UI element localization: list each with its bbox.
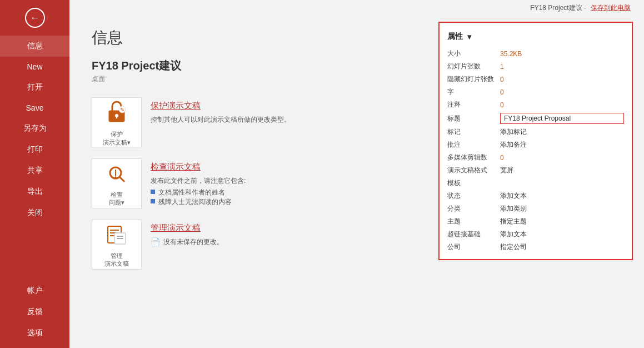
manage-card-desc: 没有未保存的更改。 xyxy=(163,237,223,247)
prop-label-size: 大小 xyxy=(447,49,500,58)
sidebar-item-save[interactable]: Save xyxy=(0,98,69,118)
filename-label: FY18 Project建议 - xyxy=(530,3,586,13)
inspect-icon-box[interactable]: 检查问题▾ xyxy=(92,158,142,208)
bullet-icon-1 xyxy=(151,190,155,194)
sidebar-item-open[interactable]: 打开 xyxy=(0,77,69,98)
protect-icon-box[interactable]: ✎ 保护演示文稿▾ xyxy=(92,97,142,147)
sidebar-item-new[interactable]: New xyxy=(0,57,69,77)
properties-label: 属性 xyxy=(447,32,463,42)
prop-label-comments: 批注 xyxy=(447,140,500,150)
prop-label-words: 字 xyxy=(447,87,500,97)
prop-row-media: 多媒体剪辑数 0 xyxy=(447,151,624,164)
left-panel: 信息 FY18 Project建议 桌面 ✎ xyxy=(69,16,433,348)
protect-card-title[interactable]: 保护演示文稿 xyxy=(151,101,291,111)
sidebar-item-close[interactable]: 关闭 xyxy=(0,202,69,223)
prop-row-slides: 幻灯片张数 1 xyxy=(447,60,624,73)
prop-row-hyperlink: 超链接基础 添加文本 xyxy=(447,228,624,241)
inspect-bullet-2: 残障人士无法阅读的内容 xyxy=(151,197,246,207)
manage-icon-box[interactable]: 管理演示文稿 xyxy=(92,220,142,270)
prop-row-hidden-slides: 隐藏幻灯片张数 0 xyxy=(447,73,624,86)
sidebar-item-share[interactable]: 共享 xyxy=(0,160,69,181)
content-area: 信息 FY18 Project建议 桌面 ✎ xyxy=(69,16,644,348)
manage-card-title[interactable]: 管理演示文稿 xyxy=(151,223,223,233)
prop-value-subject[interactable]: 指定主题 xyxy=(500,217,624,226)
prop-row-size: 大小 35.2KB xyxy=(447,47,624,60)
main-area: FY18 Project建议 - 保存到此电脑 信息 FY18 Project建… xyxy=(69,0,644,348)
prop-value-category[interactable]: 添加类别 xyxy=(500,204,624,213)
prop-label-subject: 主题 xyxy=(447,217,500,226)
sidebar-item-export[interactable]: 导出 xyxy=(0,181,69,202)
svg-rect-14 xyxy=(117,236,123,237)
lock-icon: ✎ xyxy=(103,98,130,128)
prop-row-status: 状态 添加文本 xyxy=(447,190,624,202)
prop-label-tags: 标记 xyxy=(447,127,500,137)
protect-svg-icon: ✎ xyxy=(103,98,130,125)
inspect-card-desc: 发布此文件之前，请注意它包含: xyxy=(151,176,246,186)
prop-label-company: 公司 xyxy=(447,242,500,252)
prop-row-subject: 主题 指定主题 xyxy=(447,215,624,228)
right-panel: 属性 ▾ 大小 35.2KB 幻灯片张数 1 隐藏幻灯片张数 0 xyxy=(433,16,644,348)
inspect-icon xyxy=(103,161,130,188)
manage-calendar-icon: 📄 xyxy=(151,237,160,246)
prop-value-status[interactable]: 添加文本 xyxy=(500,191,624,201)
properties-header[interactable]: 属性 ▾ xyxy=(447,28,624,47)
prop-input-title[interactable] xyxy=(500,113,624,124)
manage-icon xyxy=(103,222,130,250)
protect-card-desc: 控制其他人可以对此演示文稿所做的更改类型。 xyxy=(151,115,291,125)
inspect-svg-icon xyxy=(103,161,130,187)
prop-label-media: 多媒体剪辑数 xyxy=(447,153,500,162)
prop-row-company: 公司 指定公司 xyxy=(447,241,624,253)
prop-value-format: 宽屏 xyxy=(500,166,624,175)
prop-row-words: 字 0 xyxy=(447,86,624,98)
prop-value-size: 35.2KB xyxy=(500,50,624,58)
manage-icon-label: 管理演示文稿 xyxy=(104,252,129,268)
protect-card-content: 保护演示文稿 控制其他人可以对此演示文稿所做的更改类型。 xyxy=(151,97,291,125)
top-bar: FY18 Project建议 - 保存到此电脑 xyxy=(69,0,644,16)
prop-value-tags[interactable]: 添加标记 xyxy=(500,127,624,137)
inspect-bullet-1: 文档属性和作者的姓名 xyxy=(151,188,246,197)
sidebar-item-saveas[interactable]: 另存为 xyxy=(0,118,69,139)
prop-value-words: 0 xyxy=(500,88,624,96)
prop-value-company[interactable]: 指定公司 xyxy=(500,242,624,252)
prop-label-notes: 注释 xyxy=(447,100,500,110)
manage-card-content: 管理演示文稿 📄 没有未保存的更改。 xyxy=(151,220,223,247)
back-button[interactable]: ← xyxy=(0,0,69,36)
prop-value-notes: 0 xyxy=(500,101,624,109)
properties-box: 属性 ▾ 大小 35.2KB 幻灯片张数 1 隐藏幻灯片张数 0 xyxy=(438,22,633,260)
prop-row-notes: 注释 0 xyxy=(447,98,624,111)
inspect-card-content: 检查演示文稿 发布此文件之前，请注意它包含: 文档属性和作者的姓名 残障人士无法… xyxy=(151,158,246,207)
bullet-icon-2 xyxy=(151,199,155,203)
prop-row-comments: 批注 添加备注 xyxy=(447,138,624,151)
sidebar-item-print[interactable]: 打印 xyxy=(0,139,69,160)
back-circle-icon: ← xyxy=(25,8,45,28)
prop-label-category: 分类 xyxy=(447,204,500,213)
prop-row-format: 演示文稿格式 宽屏 xyxy=(447,164,624,177)
prop-value-hyperlink[interactable]: 添加文本 xyxy=(500,230,624,239)
prop-label-format: 演示文稿格式 xyxy=(447,166,500,175)
inspect-icon-label: 检查问题▾ xyxy=(109,191,124,207)
manage-svg-icon xyxy=(103,222,130,248)
save-location-link[interactable]: 保存到此电脑 xyxy=(591,3,631,13)
sidebar-item-account[interactable]: 帐户 xyxy=(0,280,69,301)
svg-rect-2 xyxy=(116,116,117,118)
inspect-card-title[interactable]: 检查演示文稿 xyxy=(151,162,246,172)
protect-icon-label: 保护演示文稿▾ xyxy=(103,130,131,146)
svg-rect-15 xyxy=(117,238,123,239)
svg-line-6 xyxy=(119,177,124,182)
sidebar-item-feedback[interactable]: 反馈 xyxy=(0,301,69,322)
prop-value-media: 0 xyxy=(500,154,624,162)
svg-point-8 xyxy=(115,176,117,178)
prop-label-slides: 幻灯片张数 xyxy=(447,62,500,71)
doc-location: 桌面 xyxy=(92,74,416,84)
prop-value-hidden-slides: 0 xyxy=(500,76,624,83)
prop-label-template: 模板 xyxy=(447,178,500,188)
svg-text:✎: ✎ xyxy=(120,107,124,113)
svg-rect-10 xyxy=(110,230,119,231)
prop-label-hyperlink: 超链接基础 xyxy=(447,230,500,239)
prop-value-comments[interactable]: 添加备注 xyxy=(500,140,624,150)
doc-name: FY18 Project建议 xyxy=(92,58,416,73)
sidebar: ← 信息 New 打开 Save 另存为 打印 共享 导出 关闭 帐户 反馈 选… xyxy=(0,0,69,348)
sidebar-item-info[interactable]: 信息 xyxy=(0,36,69,57)
prop-row-category: 分类 添加类别 xyxy=(447,202,624,215)
sidebar-item-options[interactable]: 选项 xyxy=(0,322,69,344)
